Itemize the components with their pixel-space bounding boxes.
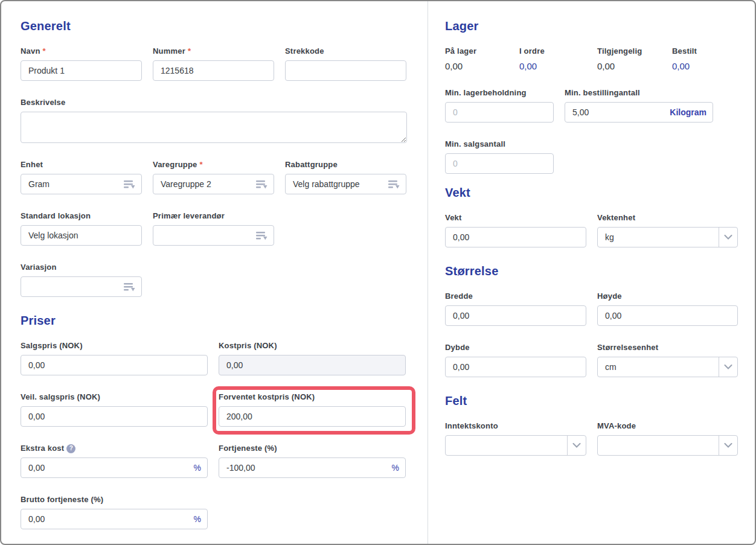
required-marker: * [43,46,46,56]
ekstra-kost-input[interactable] [28,463,189,473]
vektenhet-select[interactable]: kg [597,227,738,247]
chevron-down-icon[interactable] [567,436,586,455]
section-heading-generelt: Generelt [21,19,406,33]
vektenhet-label: Vektenhet [597,213,738,223]
min-bestillingantall-input[interactable] [572,107,665,117]
i-ordre-value-link[interactable]: 0,00 [519,61,597,71]
strekkode-label: Strekkode [285,46,406,56]
chevron-down-icon[interactable] [719,436,737,455]
pa-lager-label: På lager [445,46,519,56]
dybde-label: Dybde [445,343,586,352]
field-ekstra-kost: Ekstra kost? % [21,444,208,478]
section-heading-storrelse: Størrelse [445,264,738,278]
standard-lokasjon-label: Standard lokasjon [21,211,142,221]
forventet-kostpris-input[interactable] [226,412,399,421]
field-inntektskonto: Inntektskonto [445,421,586,456]
primaer-leverandor-input[interactable] [161,231,252,240]
ekstra-kost-label: Ekstra kost [21,444,64,453]
right-column: Lager På lager 0,00 I ordre 0,00 Tilgjen… [428,1,756,544]
field-forventet-kostpris: Forventet kostpris (NOK) [219,392,406,427]
select-list-icon[interactable] [124,180,135,189]
forventet-kostpris-label: Forventet kostpris (NOK) [219,392,406,402]
brutto-fortjeneste-input[interactable] [28,514,189,524]
field-min-bestillingantall: Min. bestillingantall Kilogram [565,88,713,123]
stat-pa-lager: På lager 0,00 [445,46,519,71]
tilgjengelig-label: Tilgjengelig [597,46,672,56]
min-bestillingantall-label: Min. bestillingantall [565,88,713,98]
hoyde-input[interactable] [605,311,731,320]
enhet-input[interactable] [28,179,120,189]
field-bredde: Bredde [445,292,586,326]
enhet-label: Enhet [21,160,142,170]
strekkode-input[interactable] [293,66,400,75]
select-list-icon[interactable] [256,180,267,189]
bredde-input[interactable] [453,311,580,320]
section-heading-priser: Priser [21,314,406,328]
required-marker: * [200,160,203,170]
field-hoyde: Høyde [597,292,738,326]
select-list-icon[interactable] [124,282,135,292]
brutto-fortjeneste-label: Brutto fortjeneste (%) [21,495,208,505]
salgspris-input[interactable] [28,360,201,370]
fortjeneste-input[interactable] [226,463,387,473]
beskrivelse-label: Beskrivelse [21,98,407,107]
field-brutto-fortjeneste: Brutto fortjeneste (%) % [21,495,208,529]
field-enhet: Enhet [21,160,142,194]
storrelsesenhet-select[interactable]: cm [597,357,738,377]
variasjon-label: Variasjon [21,263,142,272]
standard-lokasjon-input[interactable] [28,231,135,240]
stat-bestilt: Bestilt 0,00 [672,46,697,71]
rabattgruppe-label: Rabattgruppe [285,160,406,170]
rabattgruppe-input[interactable] [293,179,385,189]
bestilt-value-link[interactable]: 0,00 [672,61,697,71]
percent-suffix: % [392,463,399,473]
tilgjengelig-value: 0,00 [597,61,672,71]
min-salgsantall-input[interactable] [453,159,547,168]
storrelsesenhet-value: cm [598,362,719,372]
min-lagerbeholdning-label: Min. lagerbeholdning [445,88,554,98]
min-salgsantall-label: Min. salgsantall [445,139,554,149]
nummer-input[interactable] [161,66,267,75]
select-list-icon[interactable] [388,180,400,189]
hoyde-label: Høyde [597,292,738,301]
help-icon[interactable]: ? [66,444,75,453]
inntektskonto-select[interactable] [445,435,586,456]
field-fortjeneste: Fortjeneste (%) % [219,444,406,478]
section-heading-lager: Lager [445,19,738,33]
chevron-down-icon[interactable] [719,228,737,247]
salgspris-label: Salgspris (NOK) [21,341,208,351]
field-standard-lokasjon: Standard lokasjon [21,211,142,246]
varegruppe-label: Varegruppe [153,160,197,170]
veil-salgspris-label: Veil. salgspris (NOK) [21,392,208,402]
field-mva-kode: MVA-kode [597,421,738,456]
field-varegruppe: Varegruppe* [153,160,274,194]
product-form-page: Generelt Navn* Nummer* Strekkode [0,0,756,545]
kostpris-input [226,360,399,370]
field-vekt: Vekt [445,213,586,247]
section-heading-vekt: Vekt [445,186,738,200]
veil-salgspris-input[interactable] [28,412,201,421]
min-lagerbeholdning-input[interactable] [453,107,547,117]
varegruppe-input[interactable] [161,179,252,189]
beskrivelse-textarea[interactable] [21,112,407,143]
field-min-salgsantall: Min. salgsantall [445,139,554,174]
primaer-leverandor-label: Primær leverandør [153,211,274,221]
field-vektenhet: Vektenhet kg [597,213,738,247]
dybde-input[interactable] [453,362,580,372]
navn-input[interactable] [28,66,135,75]
stock-stats: På lager 0,00 I ordre 0,00 Tilgjengelig … [445,46,738,71]
storrelsesenhet-label: Størrelsesenhet [597,343,738,352]
mva-kode-select[interactable] [597,435,738,456]
vektenhet-value: kg [598,232,719,242]
kilogram-unit-link[interactable]: Kilogram [670,107,706,117]
field-min-lagerbeholdning: Min. lagerbeholdning [445,88,554,123]
required-marker: * [188,46,191,56]
vekt-input[interactable] [453,232,580,242]
vekt-label: Vekt [445,213,586,223]
chevron-down-icon[interactable] [719,357,737,377]
variasjon-input[interactable] [28,282,120,292]
select-list-icon[interactable] [256,231,267,240]
field-rabattgruppe: Rabattgruppe [285,160,406,194]
bredde-label: Bredde [445,292,586,301]
field-veil-salgspris: Veil. salgspris (NOK) [21,392,208,427]
